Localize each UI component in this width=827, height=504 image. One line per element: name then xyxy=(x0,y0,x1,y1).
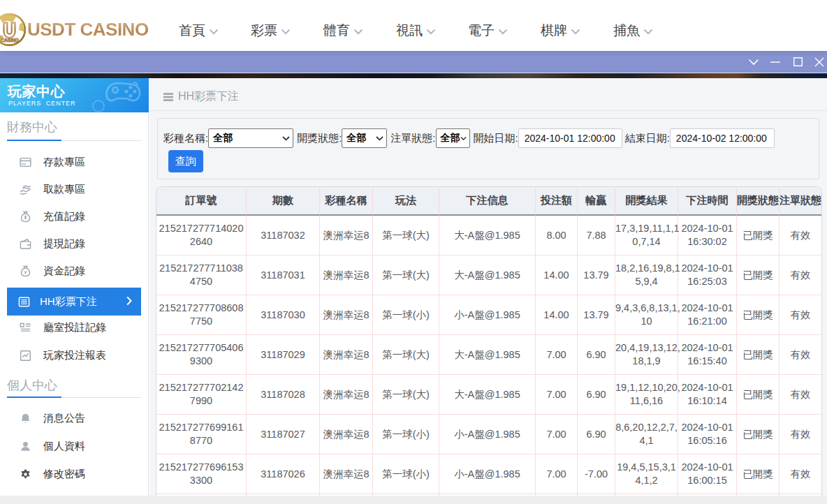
svg-text:CASINO: CASINO xyxy=(1,38,19,43)
